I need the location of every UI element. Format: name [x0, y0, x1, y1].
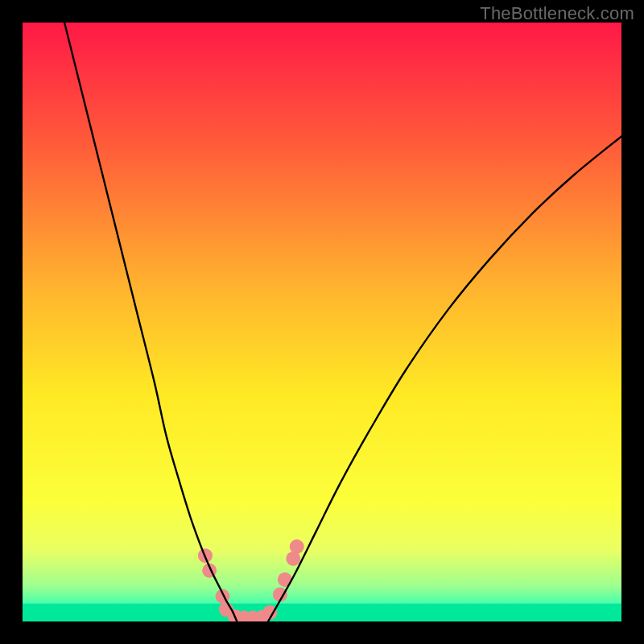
floor-band: [23, 604, 621, 621]
marker-dot: [290, 539, 304, 554]
gradient-background: [23, 23, 621, 621]
outer-frame: TheBottleneck.com: [0, 0, 644, 644]
chart-svg: [23, 23, 621, 621]
plot-area: [23, 23, 621, 621]
watermark-text: TheBottleneck.com: [480, 3, 634, 24]
